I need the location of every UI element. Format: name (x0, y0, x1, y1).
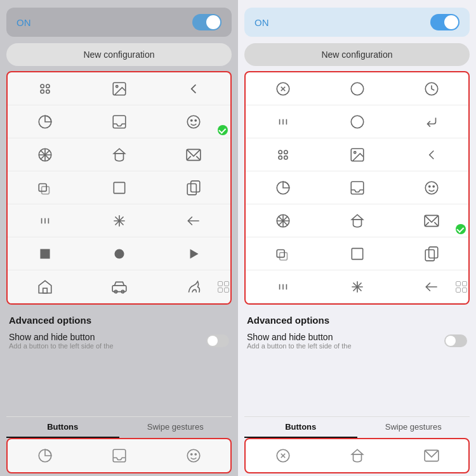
right-icon-circle[interactable] (320, 72, 394, 105)
svg-point-58 (425, 182, 438, 194)
svg-point-59 (428, 185, 430, 187)
svg-point-5 (116, 85, 117, 87)
right-mini-toggle[interactable] (444, 334, 467, 347)
left-bottom-icon-2[interactable] (82, 439, 156, 472)
right-icon-copy[interactable] (394, 237, 468, 270)
svg-rect-67 (277, 249, 284, 257)
right-tabs-row: Buttons Swipe gestures (244, 416, 470, 438)
right-bottom-icon-3[interactable] (394, 439, 468, 472)
svg-point-10 (195, 119, 196, 121)
right-icon-lines3[interactable] (246, 270, 320, 303)
left-mini-toggle[interactable] (206, 334, 229, 347)
right-icon-layers[interactable] (246, 237, 320, 270)
right-icon-asterisk[interactable] (320, 270, 394, 303)
icon-cell-car[interactable] (82, 270, 156, 303)
icon-cell-chart[interactable] (8, 105, 82, 138)
right-show-hide-title: Show and hide button (247, 332, 352, 342)
svg-rect-17 (39, 183, 46, 191)
left-toggle-switch[interactable] (192, 14, 221, 30)
icon-cell-copy[interactable] (156, 171, 230, 204)
left-icon-grid-container (6, 71, 232, 305)
right-grid-icon-overlay (456, 281, 467, 293)
right-toggle-switch[interactable] (430, 14, 459, 30)
svg-rect-32 (43, 288, 47, 293)
left-config-button[interactable]: New configuration (6, 43, 232, 66)
left-tab-buttons[interactable]: Buttons (6, 417, 119, 438)
left-panel: ON New configuration (0, 0, 238, 476)
right-icon-square[interactable] (320, 237, 394, 270)
right-green-check (456, 224, 466, 234)
right-icon-hat[interactable] (320, 204, 394, 237)
right-icon-chart[interactable] (246, 171, 320, 204)
icon-cell-hat[interactable] (82, 138, 156, 171)
right-icon-wheel[interactable] (246, 204, 320, 237)
right-icon-xcirlce[interactable] (246, 72, 320, 105)
left-show-hide-title: Show and hide button (9, 332, 114, 342)
svg-point-39 (190, 454, 192, 455)
left-icon-grid (8, 72, 230, 303)
right-icon-circle2[interactable] (320, 105, 394, 138)
right-icon-return[interactable] (394, 105, 468, 138)
icon-cell-apps[interactable] (8, 72, 82, 105)
svg-rect-70 (428, 247, 437, 258)
right-icon-mail[interactable] (394, 204, 468, 237)
icon-cell-back-arrow[interactable] (156, 72, 230, 105)
right-bottom-icon-1[interactable] (246, 439, 320, 472)
icon-cell-square[interactable] (82, 171, 156, 204)
icon-cell-triangle[interactable] (156, 237, 230, 270)
icon-cell-inbox[interactable] (82, 105, 156, 138)
left-bottom-bar (6, 438, 232, 473)
left-bottom-icon-1[interactable] (8, 439, 82, 472)
svg-point-53 (284, 155, 287, 159)
left-bottom-icon-3[interactable] (156, 439, 230, 472)
left-advanced-section: Advanced options Show and hide button Ad… (6, 310, 232, 359)
left-tabs-row: Buttons Swipe gestures (6, 416, 232, 438)
svg-point-51 (284, 150, 287, 153)
right-icon-image[interactable] (320, 138, 394, 171)
icon-cell-wheel[interactable] (8, 138, 82, 171)
svg-point-44 (351, 83, 364, 95)
right-icon-inbox[interactable] (320, 171, 394, 204)
left-mini-toggle-knob (208, 336, 218, 346)
right-tab-buttons[interactable]: Buttons (244, 417, 357, 438)
right-advanced-section: Advanced options Show and hide button Ad… (244, 310, 470, 359)
svg-point-40 (195, 454, 196, 455)
right-advanced-title: Advanced options (247, 315, 467, 326)
right-mini-toggle-knob (446, 336, 456, 346)
grid-icon-overlay (218, 281, 229, 293)
icon-cell-layers[interactable] (8, 171, 82, 204)
icon-cell-stop[interactable] (8, 237, 82, 270)
svg-point-1 (46, 84, 49, 87)
right-config-button[interactable]: New configuration (244, 43, 470, 66)
left-tab-swipe[interactable]: Swipe gestures (119, 417, 232, 438)
svg-point-38 (187, 449, 200, 462)
right-icon-clock[interactable] (394, 72, 468, 105)
icon-cell-left-arrow[interactable] (156, 204, 230, 237)
right-icon-grid-container (244, 71, 470, 305)
icon-cell-emoji[interactable] (156, 105, 230, 138)
right-bottom-bar (244, 438, 470, 473)
svg-rect-68 (279, 252, 287, 260)
right-icon-left-arrow[interactable] (394, 270, 468, 303)
right-tab-swipe[interactable]: Swipe gestures (357, 417, 470, 438)
icon-cell-horse[interactable] (156, 270, 230, 303)
right-icon-lines2[interactable] (246, 105, 320, 138)
right-icon-back[interactable] (394, 138, 468, 171)
svg-rect-71 (425, 249, 434, 260)
svg-rect-30 (40, 249, 50, 258)
icon-cell-circle-fill[interactable] (82, 237, 156, 270)
icon-cell-asterisk[interactable] (82, 204, 156, 237)
left-advanced-title: Advanced options (9, 315, 229, 326)
right-icon-emoji[interactable] (394, 171, 468, 204)
right-icon-apps[interactable] (246, 138, 320, 171)
right-toggle-label: ON (255, 17, 269, 28)
right-bottom-icon-2[interactable] (320, 439, 394, 472)
icon-cell-lines[interactable] (8, 204, 82, 237)
svg-point-0 (40, 84, 43, 87)
icon-cell-mail[interactable] (156, 138, 230, 171)
left-toggle-knob (206, 15, 220, 29)
icon-cell-house[interactable] (8, 270, 82, 303)
left-toggle-label: ON (17, 17, 31, 28)
svg-rect-18 (41, 186, 49, 194)
icon-cell-image[interactable] (82, 72, 156, 105)
